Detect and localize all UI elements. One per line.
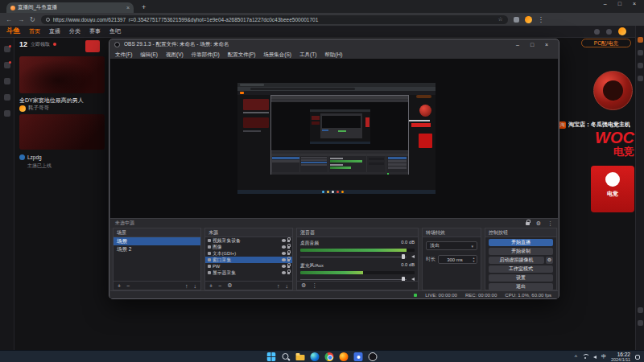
lock-icon[interactable] (287, 246, 291, 249)
remove-source-icon[interactable]: − (218, 283, 221, 289)
obs-preview-canvas[interactable] (110, 59, 558, 218)
menu-view[interactable]: 视图(V) (162, 50, 188, 59)
speaker-icon[interactable] (411, 255, 415, 258)
settings-button[interactable]: 设置 (489, 274, 553, 282)
scene-item[interactable]: 场景 2 (114, 245, 200, 253)
scene-item-selected[interactable]: 场景 (114, 237, 200, 245)
scene-down-icon[interactable]: ↓ (194, 283, 197, 289)
lock-icon[interactable] (287, 240, 291, 242)
rail-download-icon[interactable] (4, 110, 10, 117)
nav-home[interactable]: 首页 (29, 27, 40, 35)
lock-icon[interactable] (287, 253, 291, 255)
reload-icon[interactable]: ↻ (30, 16, 35, 23)
visibility-eye-icon[interactable] (282, 252, 286, 255)
source-up-icon[interactable]: ↑ (277, 283, 280, 289)
visibility-eye-icon[interactable] (282, 265, 286, 268)
pinned-app-icon[interactable] (354, 352, 363, 361)
menu-file[interactable]: 文件(F) (111, 50, 136, 59)
add-scene-icon[interactable]: + (118, 283, 121, 289)
rail-chat-icon[interactable] (638, 307, 643, 313)
rail-promo-icon[interactable] (638, 37, 643, 43)
slider-handle[interactable] (402, 254, 405, 259)
stream-poster-2[interactable] (19, 114, 105, 150)
brand-logo[interactable]: WOC 电竞 (564, 130, 634, 157)
volume-slider[interactable] (300, 254, 415, 259)
stream-poster[interactable] (19, 56, 105, 93)
search-icon[interactable] (282, 352, 291, 361)
file-explorer-icon[interactable] (296, 352, 305, 361)
tray-overflow-icon[interactable]: ^ (575, 354, 577, 360)
obs-taskbar-icon[interactable] (369, 352, 378, 361)
start-button-icon[interactable] (267, 352, 276, 361)
menu-profile[interactable]: 配置文件(P) (224, 50, 260, 59)
browser-profile-avatar[interactable] (525, 16, 532, 23)
advanced-audio-icon[interactable]: ⚙ (301, 282, 306, 289)
start-streaming-button[interactable]: 开始直播 (489, 239, 553, 246)
scene-up-icon[interactable]: ↑ (185, 283, 188, 289)
nav-live[interactable]: 直播 (49, 27, 60, 35)
rail-mail-icon[interactable] (638, 50, 643, 56)
firefox-browser-icon[interactable] (340, 352, 349, 361)
toolbar-dots-icon[interactable]: ⋮ (547, 220, 553, 227)
remove-scene-icon[interactable]: − (126, 283, 130, 289)
back-icon[interactable]: ← (6, 16, 12, 23)
menu-edit[interactable]: 编辑(E) (136, 50, 162, 59)
browser-menu-icon[interactable]: ⋮ (538, 16, 544, 23)
nav-yuba[interactable]: 鱼吧 (109, 27, 121, 35)
visibility-eye-icon[interactable] (282, 239, 286, 242)
rail-follow-icon[interactable] (4, 62, 10, 68)
douyu-logo[interactable]: 斗鱼 (6, 27, 20, 36)
pc-esports-button[interactable]: PC配/电竞 (581, 39, 631, 47)
mixer-dots-icon[interactable]: ⋮ (312, 282, 317, 289)
spin-down-icon[interactable]: ▾ (471, 260, 477, 263)
visibility-eye-icon[interactable] (282, 271, 286, 274)
obs-close-button[interactable]: × (539, 42, 554, 47)
new-tab-button[interactable]: + (142, 3, 146, 11)
shop-ad-line[interactable]: 淘 淘宝店：冬瓜强电竞主机 (559, 121, 636, 129)
anchor-row[interactable]: 耗子哥哥 (19, 105, 49, 112)
message-icon[interactable] (594, 29, 600, 35)
source-properties-icon[interactable]: ⚙ (227, 282, 232, 289)
lock-preview-icon[interactable] (526, 222, 530, 225)
menu-scene-collection[interactable]: 场景集合(S) (259, 50, 295, 59)
transition-select[interactable]: 淡出 ▾ (426, 241, 477, 250)
source-item[interactable]: 显示器采集 (205, 269, 292, 276)
studio-mode-button[interactable]: 工作室模式 (489, 265, 553, 273)
spinner-arrows[interactable]: ▴ ▾ (471, 257, 477, 263)
extensions-icon[interactable] (514, 17, 519, 23)
window-minimize-button[interactable]: – (604, 1, 607, 6)
virtual-camera-button[interactable]: 启动虚拟摄像机 (489, 257, 544, 264)
lock-icon[interactable] (287, 265, 291, 268)
start-recording-button[interactable]: 开始录制 (489, 248, 553, 255)
notification-bell-icon[interactable] (635, 355, 640, 360)
rail-live-icon[interactable] (4, 46, 10, 52)
visibility-eye-icon[interactable] (282, 258, 286, 261)
rail-back-to-top-icon[interactable] (638, 320, 643, 326)
bookmark-star-icon[interactable]: ☆ (497, 16, 502, 23)
lock-icon[interactable] (287, 259, 291, 261)
exit-button[interactable]: 退出 (489, 283, 553, 290)
edge-browser-icon[interactable] (311, 352, 320, 361)
duration-spinbox[interactable]: 300 ms ▴ ▾ (438, 255, 477, 264)
menu-help[interactable]: 帮助(H) (320, 50, 346, 59)
obs-minimize-button[interactable]: – (510, 42, 525, 47)
user-avatar[interactable] (618, 27, 626, 35)
rail-rank-icon[interactable] (4, 94, 10, 101)
source-item-selected[interactable]: 窗口采集 (205, 257, 292, 263)
volume-icon[interactable] (593, 356, 597, 359)
rail-history-icon[interactable] (4, 78, 10, 84)
obs-title-bar[interactable]: OBS 29.1.3 - 配置文件: 未命名 - 场景: 未命名 – □ × (109, 39, 559, 50)
browser-tab[interactable]: 直播间_斗鱼直播 × (6, 2, 134, 13)
task-reward-widget[interactable]: 12 立即领取 (19, 40, 56, 48)
red-packet-icon[interactable] (85, 40, 100, 52)
visibility-eye-icon[interactable] (282, 245, 286, 249)
wifi-icon[interactable] (582, 354, 588, 360)
stream-card-title[interactable]: 全DY家宴地位最高的男人 (19, 97, 105, 105)
obs-maximize-button[interactable]: □ (525, 42, 539, 47)
input-language-indicator[interactable]: 中 (601, 353, 606, 360)
chrome-browser-icon[interactable] (325, 352, 334, 361)
ad-banner[interactable]: 电竞 (591, 166, 634, 212)
add-source-icon[interactable]: + (209, 283, 213, 289)
window-close-button[interactable]: × (633, 1, 636, 6)
game-emblem[interactable] (593, 71, 633, 110)
